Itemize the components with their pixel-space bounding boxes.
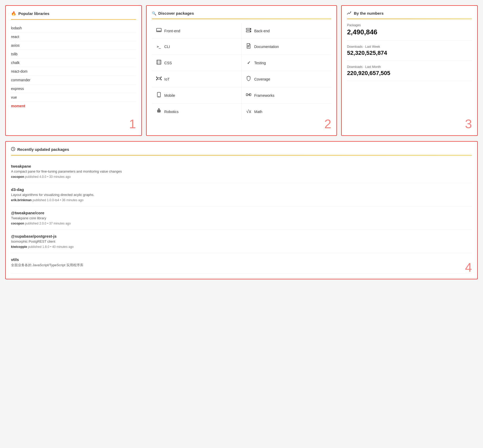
panel-number-3: 3 (465, 117, 472, 131)
coverage-icon (246, 76, 251, 82)
svg-rect-11 (157, 60, 161, 64)
frameworks-icon (246, 92, 251, 98)
backend-icon (246, 28, 251, 34)
package-item: tweakpane A compact pane for fine-tuning… (11, 160, 472, 183)
documentation-icon (246, 43, 251, 50)
panel-number-2: 2 (324, 117, 331, 131)
stat-downloads-week: Downloads · Last Week 52,320,525,874 (347, 45, 472, 61)
category-math-label: Math (254, 110, 262, 114)
package-desc: 全面业务各的 JavaScript/TypeScript 实用程序库 (11, 263, 472, 268)
testing-icon: ✓ (246, 60, 251, 65)
category-documentation-label: Documentation (254, 45, 279, 49)
frontend-icon (156, 28, 162, 34)
library-list: lodash react axios tslib chalk react-dom… (11, 24, 136, 110)
list-item[interactable]: chalk (11, 58, 136, 67)
package-desc: Tweakpane core library (11, 216, 472, 220)
svg-point-30 (158, 111, 159, 112)
stat-downloads-month-label: Downloads · Last Month (347, 65, 472, 69)
package-name[interactable]: @tweakpane/core (11, 211, 472, 215)
svg-point-19 (156, 77, 157, 78)
popular-divider (11, 19, 136, 20)
discover-packages-panel: 🔍 Discover packages Front-end (146, 5, 337, 136)
search-icon: 🔍 (152, 11, 156, 15)
stat-downloads-month-value: 220,920,657,505 (347, 70, 472, 77)
numbers-divider (347, 19, 472, 19)
package-meta: erik.brinkman published 1.0.0-ts4 • 36 m… (11, 198, 472, 202)
stat-packages: Packages 2,490,846 (347, 23, 472, 41)
popular-libraries-title: 🔥 Popular libraries (11, 11, 136, 16)
package-author: erik.brinkman (11, 198, 32, 202)
list-item[interactable]: axios (11, 41, 136, 50)
package-author: kiwicopple (11, 245, 27, 249)
category-coverage-label: Coverage (254, 77, 270, 81)
category-backend[interactable]: Back-end (242, 23, 331, 38)
svg-rect-25 (246, 94, 248, 96)
svg-rect-29 (158, 109, 160, 110)
category-iot-label: IoT (164, 77, 170, 81)
css-icon (156, 60, 162, 66)
package-name[interactable]: vtils (11, 257, 472, 262)
stat-packages-value: 2,490,846 (347, 28, 472, 36)
popular-libraries-panel: 🔥 Popular libraries lodash react axios t… (5, 5, 142, 136)
category-robotics[interactable]: Robotics (152, 104, 242, 120)
category-testing-label: Testing (254, 61, 266, 65)
category-documentation[interactable]: Documentation (242, 39, 331, 55)
package-item: d3-dag Layout algorithms for visualizing… (11, 183, 472, 206)
list-item[interactable]: express (11, 84, 136, 93)
svg-point-7 (250, 31, 251, 32)
category-iot[interactable]: IoT (152, 71, 242, 87)
package-desc: A compact pane for fine-tuning parameter… (11, 169, 472, 173)
svg-point-31 (159, 111, 160, 112)
svg-point-20 (156, 79, 157, 80)
package-desc: Isomorphic PostgREST client (11, 239, 472, 243)
by-the-numbers-title: By the numbers (347, 11, 472, 15)
math-icon: √x (246, 109, 251, 114)
svg-rect-14 (158, 78, 160, 79)
list-item[interactable]: tslib (11, 50, 136, 58)
stat-packages-label: Packages (347, 23, 472, 27)
category-css[interactable]: CSS (152, 55, 242, 71)
list-item[interactable]: react-dom (11, 67, 136, 76)
robotics-icon (156, 108, 162, 115)
iot-icon (156, 76, 162, 82)
fire-icon: 🔥 (11, 11, 16, 16)
panel-number-1: 1 (129, 117, 136, 131)
discover-grid: Front-end Back-end >_ CLI (152, 23, 331, 120)
category-coverage[interactable]: Coverage (242, 71, 331, 87)
list-item[interactable]: moment (11, 102, 136, 110)
recently-updated-panel: Recently updated packages tweakpane A co… (5, 141, 478, 279)
category-frontend[interactable]: Front-end (152, 23, 242, 38)
category-css-label: CSS (164, 61, 172, 65)
package-meta: cocopon published 2.0.0 • 37 minutes ago (11, 222, 472, 225)
recent-divider (11, 155, 472, 156)
cli-icon: >_ (156, 45, 162, 49)
by-the-numbers-panel: By the numbers Packages 2,490,846 Downlo… (341, 5, 478, 136)
category-frameworks-label: Frameworks (254, 93, 274, 98)
svg-point-21 (161, 77, 162, 78)
list-item[interactable]: commander (11, 76, 136, 84)
package-item: @supabase/postgrest-js Isomorphic PostgR… (11, 230, 472, 253)
panel-number-4: 4 (465, 260, 472, 275)
package-meta: kiwicopple published 1.8.0 • 40 minutes … (11, 245, 472, 249)
svg-point-22 (161, 79, 162, 80)
clock-icon (11, 147, 15, 152)
category-testing[interactable]: ✓ Testing (242, 55, 331, 71)
category-math[interactable]: √x Math (242, 104, 331, 120)
package-name[interactable]: d3-dag (11, 187, 472, 192)
svg-point-6 (250, 29, 251, 29)
category-frameworks[interactable]: Frameworks (242, 87, 331, 103)
list-item[interactable]: vue (11, 93, 136, 102)
category-backend-label: Back-end (254, 29, 270, 33)
list-item[interactable]: lodash (11, 24, 136, 33)
mobile-icon (156, 92, 162, 99)
chart-icon (347, 11, 352, 15)
discover-divider (152, 19, 331, 19)
package-name[interactable]: tweakpane (11, 164, 472, 168)
package-item: vtils 全面业务各的 JavaScript/TypeScript 实用程序库 (11, 253, 472, 274)
package-meta: cocopon published 4.0.0 • 33 minutes ago (11, 175, 472, 179)
category-cli[interactable]: >_ CLI (152, 39, 242, 55)
category-mobile[interactable]: Mobile (152, 87, 242, 103)
package-name[interactable]: @supabase/postgrest-js (11, 234, 472, 238)
category-mobile-label: Mobile (164, 93, 175, 98)
list-item[interactable]: react (11, 33, 136, 41)
